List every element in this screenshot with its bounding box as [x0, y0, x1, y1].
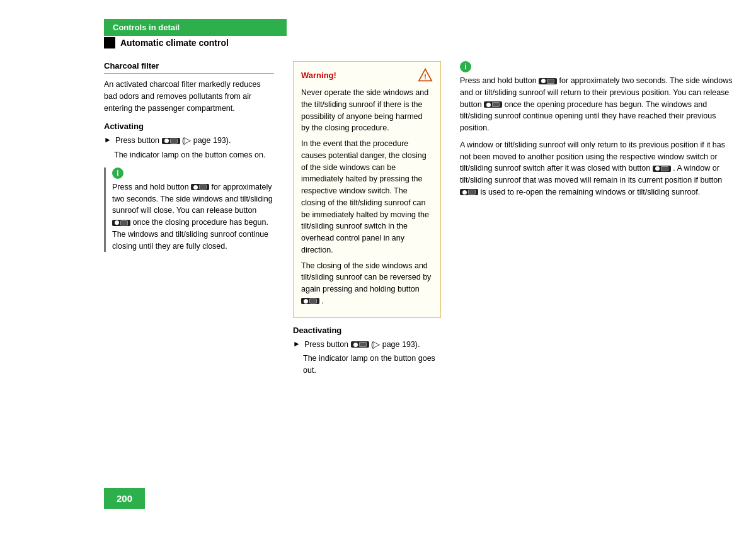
left-column: Charcoal filter An activated charcoal fi… — [104, 61, 287, 380]
button-icon-right2 — [484, 101, 502, 108]
header-black-square — [104, 37, 115, 48]
charcoal-filter-heading: Charcoal filter — [104, 61, 274, 74]
page-number: 200 — [104, 488, 145, 509]
left-info-text: Press and hold button for approximately … — [112, 181, 274, 253]
activating-indicator: The indicator lamp on the button comes o… — [114, 149, 274, 161]
header-subtitle-row: Automatic climate control — [104, 37, 756, 48]
right-column: i Press and hold button for approximatel… — [447, 61, 737, 380]
warning-triangle-icon: ! — [418, 68, 433, 82]
button-icon-right4 — [460, 189, 478, 195]
right-para1: Press and hold button for approximately … — [460, 75, 737, 134]
warning-title: Warning! — [301, 71, 336, 80]
page-container: Controls in detail Automatic climate con… — [0, 0, 756, 534]
button-icon-hold — [191, 184, 209, 190]
deactivating-step: ► Press button (▷ page 193). — [293, 339, 441, 351]
button-icon-activate — [162, 138, 180, 144]
info-icon-left: i — [112, 168, 123, 179]
activating-step-text: Press button (▷ page 193). — [115, 135, 231, 147]
activating-heading: Activating — [104, 122, 274, 131]
middle-column: Warning! ! Never operate the side window… — [287, 61, 447, 380]
button-icon-warning — [301, 298, 319, 304]
button-icon-right1 — [539, 78, 557, 84]
button-icon-release — [112, 220, 130, 226]
warning-header: Warning! ! — [301, 68, 433, 82]
button-icon-deactivate — [351, 341, 369, 348]
right-info-box: i Press and hold button for approximatel… — [460, 61, 737, 198]
activating-step: ► Press button (▷ page 193). — [104, 135, 274, 147]
warning-para2: In the event that the procedure causes p… — [301, 138, 433, 256]
charcoal-intro: An activated charcoal filter markedly re… — [104, 79, 274, 114]
info-icon-right: i — [460, 61, 471, 72]
warning-para3: The closing of the side windows and tilt… — [301, 260, 433, 307]
warning-box: Warning! ! Never operate the side window… — [293, 61, 441, 318]
deactivating-step-text: Press button (▷ page 193). — [304, 339, 420, 351]
content-area: Charcoal filter An activated charcoal fi… — [104, 61, 737, 380]
deactivating-heading: Deactivating — [293, 326, 441, 335]
header-subtitle: Automatic climate control — [120, 38, 229, 48]
header-section: Controls in detail Automatic climate con… — [104, 19, 756, 48]
button-icon-right3 — [653, 166, 671, 172]
deactivating-indicator: The indicator lamp on the button goes ou… — [303, 353, 441, 377]
header-green-bar: Controls in detail — [104, 19, 287, 36]
arrow-icon-deact: ► — [293, 339, 301, 348]
svg-text:!: ! — [424, 72, 427, 81]
arrow-icon: ► — [104, 135, 112, 144]
right-para2: A window or tilt/sliding sunroof will on… — [460, 139, 737, 198]
warning-para1: Never operate the side windows and the t… — [301, 87, 433, 134]
left-info-box: i Press and hold button for approximatel… — [104, 168, 274, 253]
